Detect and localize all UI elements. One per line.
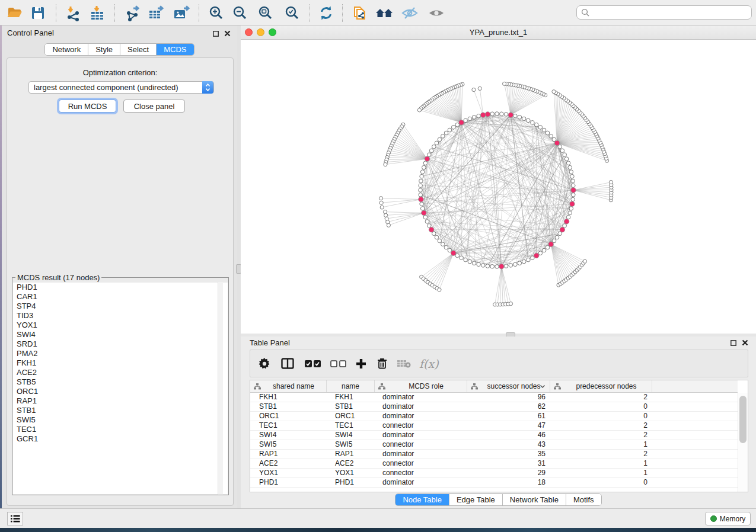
cell-successor_nodes[interactable]: 43 bbox=[467, 440, 550, 449]
tab-mcds[interactable]: MCDS bbox=[156, 44, 193, 55]
mcds-result-item[interactable]: SRD1 bbox=[13, 339, 228, 349]
cell-predecessor_nodes[interactable]: 0 bbox=[550, 402, 652, 411]
mcds-result-item[interactable]: STB5 bbox=[13, 377, 228, 387]
table-body[interactable]: FKH1FKH1dominator962STB1STB1dominator620… bbox=[250, 393, 738, 492]
delete-table-icon[interactable] bbox=[397, 360, 411, 368]
cell-shared_name[interactable]: SWI5 bbox=[250, 440, 327, 449]
cell-shared_name[interactable]: TEC1 bbox=[250, 421, 327, 430]
cell-name[interactable]: ORC1 bbox=[327, 412, 375, 421]
cell-name[interactable]: RAP1 bbox=[327, 450, 375, 459]
cell-shared_name[interactable]: STB1 bbox=[250, 402, 327, 411]
cell-name[interactable]: YOX1 bbox=[327, 469, 375, 477]
cell-successor_nodes[interactable]: 31 bbox=[467, 459, 550, 468]
memory-button[interactable]: Memory bbox=[705, 512, 751, 525]
mcds-list-scrollbar[interactable] bbox=[218, 282, 223, 495]
float-panel-icon[interactable] bbox=[729, 339, 737, 347]
cell-mcds_role[interactable]: dominator bbox=[375, 450, 467, 459]
zoom-fit-icon[interactable] bbox=[256, 3, 276, 23]
add-row-icon[interactable] bbox=[356, 358, 366, 369]
cell-predecessor_nodes[interactable]: 0 bbox=[550, 478, 652, 487]
cell-mcds_role[interactable]: connector bbox=[375, 469, 467, 477]
tab-node-table[interactable]: Node Table bbox=[395, 494, 449, 505]
cell-successor_nodes[interactable]: 61 bbox=[467, 412, 550, 421]
tab-select[interactable]: Select bbox=[120, 44, 156, 55]
close-panel-icon[interactable] bbox=[741, 339, 749, 347]
cell-name[interactable]: STB1 bbox=[327, 402, 375, 411]
cell-successor_nodes[interactable]: 96 bbox=[467, 393, 550, 402]
table-row-RAP1[interactable]: RAP1RAP1dominator352 bbox=[250, 450, 738, 459]
search-input[interactable] bbox=[592, 8, 751, 17]
cell-mcds_role[interactable]: connector bbox=[375, 459, 467, 468]
optimization-criterion-select[interactable]: largest connected component (undirected) bbox=[28, 81, 214, 94]
refresh-view-icon[interactable] bbox=[316, 3, 336, 23]
cell-name[interactable]: TEC1 bbox=[327, 421, 375, 430]
cell-name[interactable]: ACE2 bbox=[327, 459, 375, 468]
open-file-icon[interactable] bbox=[4, 3, 24, 23]
cell-successor_nodes[interactable]: 18 bbox=[467, 478, 550, 487]
cell-mcds_role[interactable]: dominator bbox=[375, 412, 467, 421]
delete-row-icon[interactable] bbox=[377, 358, 387, 369]
scrollbar-thumb[interactable] bbox=[739, 396, 747, 443]
tab-network[interactable]: Network bbox=[45, 44, 88, 55]
cell-successor_nodes[interactable]: 46 bbox=[467, 431, 550, 440]
table-row-TEC1[interactable]: TEC1TEC1connector472 bbox=[250, 421, 738, 431]
cell-mcds_role[interactable]: connector bbox=[375, 421, 467, 430]
cell-predecessor_nodes[interactable]: 1 bbox=[550, 440, 652, 449]
cell-name[interactable]: PHD1 bbox=[327, 478, 375, 487]
mcds-result-item[interactable]: PHD1 bbox=[13, 283, 228, 292]
close-panel-icon[interactable] bbox=[224, 30, 231, 37]
table-row-ORC1[interactable]: ORC1ORC1dominator610 bbox=[250, 412, 738, 421]
tab-edge-table[interactable]: Edge Table bbox=[449, 494, 502, 505]
cell-predecessor_nodes[interactable]: 0 bbox=[550, 412, 652, 421]
cell-shared_name[interactable]: SWI4 bbox=[250, 431, 327, 440]
mcds-result-item[interactable]: STP4 bbox=[13, 302, 228, 311]
zoom-out-icon[interactable] bbox=[230, 3, 250, 23]
mcds-result-item[interactable]: PMA2 bbox=[13, 349, 228, 358]
cell-predecessor_nodes[interactable]: 2 bbox=[550, 431, 652, 440]
export-image-icon[interactable] bbox=[171, 3, 192, 23]
table-row-SWI5[interactable]: SWI5SWI5connector431 bbox=[250, 440, 738, 450]
deselect-all-checks-icon[interactable] bbox=[330, 360, 346, 367]
mcds-result-item[interactable]: ACE2 bbox=[13, 368, 228, 377]
cell-mcds_role[interactable]: dominator bbox=[375, 393, 467, 402]
table-row-YOX1[interactable]: YOX1YOX1connector291 bbox=[250, 469, 738, 478]
cell-shared_name[interactable]: PHD1 bbox=[250, 478, 327, 487]
save-session-icon[interactable] bbox=[28, 3, 48, 23]
table-scrollbar[interactable] bbox=[738, 393, 748, 492]
hide-selected-icon[interactable] bbox=[400, 3, 420, 23]
cell-name[interactable]: SWI4 bbox=[327, 431, 375, 440]
cell-predecessor_nodes[interactable]: 1 bbox=[550, 469, 652, 477]
mcds-result-item[interactable]: GCR1 bbox=[13, 434, 228, 444]
cell-shared_name[interactable]: ACE2 bbox=[250, 459, 327, 468]
cell-mcds_role[interactable]: connector bbox=[375, 440, 467, 449]
cell-mcds_role[interactable]: dominator bbox=[375, 478, 467, 487]
search-box[interactable] bbox=[576, 5, 752, 20]
copy-network-icon[interactable] bbox=[349, 3, 369, 23]
table-row-SWI4[interactable]: SWI4SWI4dominator462 bbox=[250, 431, 738, 440]
cell-predecessor_nodes[interactable]: 2 bbox=[550, 393, 652, 402]
column-header-name[interactable]: name bbox=[327, 380, 375, 392]
table-row-STB1[interactable]: STB1STB1dominator620 bbox=[250, 402, 738, 412]
mcds-result-item[interactable]: FKH1 bbox=[13, 358, 228, 368]
show-all-icon[interactable] bbox=[426, 3, 446, 23]
cell-shared_name[interactable]: RAP1 bbox=[250, 450, 327, 459]
table-row-ACE2[interactable]: ACE2ACE2connector311 bbox=[250, 459, 738, 469]
mcds-result-list[interactable]: PHD1CAR1STP4TID3YOX1SWI4SRD1PMA2FKH1ACE2… bbox=[13, 283, 228, 494]
show-panels-list-button[interactable] bbox=[7, 512, 23, 525]
network-canvas[interactable] bbox=[241, 40, 756, 334]
mcds-result-item[interactable]: YOX1 bbox=[13, 321, 228, 330]
cell-successor_nodes[interactable]: 62 bbox=[467, 402, 550, 411]
zoom-selected-icon[interactable] bbox=[282, 3, 302, 23]
column-header-predecessor-nodes[interactable]: predecessor nodes bbox=[550, 380, 652, 392]
run-mcds-button[interactable]: Run MCDS bbox=[59, 100, 116, 113]
cell-predecessor_nodes[interactable]: 2 bbox=[550, 421, 652, 430]
float-panel-icon[interactable] bbox=[212, 30, 219, 37]
first-neighbors-icon[interactable] bbox=[374, 3, 394, 23]
export-table-icon[interactable] bbox=[146, 3, 167, 23]
cell-shared_name[interactable]: YOX1 bbox=[250, 469, 327, 477]
column-header-shared-name[interactable]: shared name bbox=[250, 380, 327, 392]
cell-shared_name[interactable]: FKH1 bbox=[250, 393, 327, 402]
close-panel-button[interactable]: Close panel bbox=[123, 100, 185, 113]
tab-motifs[interactable]: Motifs bbox=[566, 494, 601, 505]
show-columns-icon[interactable] bbox=[281, 358, 294, 369]
